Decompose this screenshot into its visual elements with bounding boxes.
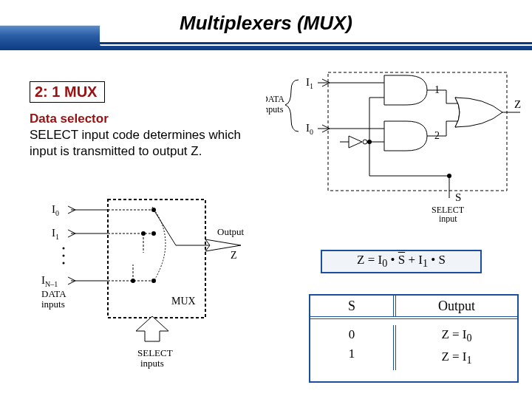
svg-text:inputs: inputs (266, 104, 284, 115)
truth-header-row: S Output (310, 296, 517, 319)
svg-text:inputs: inputs (140, 358, 164, 369)
truth-table: S Output 0 1 Z = I0 Z = I1 (309, 294, 519, 383)
svg-point-11 (63, 248, 65, 250)
truth-header-output: Output (396, 296, 517, 316)
svg-text:Output: Output (217, 226, 245, 237)
equation-box: Z = I0 • S + I1 • S (321, 250, 482, 273)
svg-point-57 (447, 174, 451, 178)
truth-cell: 1 (349, 344, 355, 364)
svg-text:SELECT: SELECT (137, 347, 173, 358)
svg-text:I0: I0 (52, 203, 59, 217)
svg-text:I1: I1 (52, 227, 59, 241)
svg-text:I0: I0 (306, 122, 313, 136)
equation-text: Z = I0 • S + I1 • S (357, 253, 446, 270)
slide-title: Multiplexers (MUX) (0, 12, 532, 35)
svg-text:S: S (455, 191, 461, 203)
desc-emphasis: Data selector (30, 112, 109, 126)
section-heading: 2: 1 MUX (30, 81, 105, 103)
svg-text:MUX: MUX (171, 296, 196, 307)
svg-text:input: input (439, 214, 457, 223)
truth-header-s: S (310, 296, 396, 316)
svg-text:DATA: DATA (266, 94, 284, 104)
truth-col-s: 0 1 (310, 325, 396, 370)
svg-text:I1: I1 (306, 76, 313, 90)
truth-col-out: Z = I0 Z = I1 (396, 325, 517, 370)
svg-text:IN–1: IN–1 (41, 274, 58, 288)
svg-text:DATA: DATA (41, 288, 66, 299)
svg-point-7 (151, 231, 156, 236)
description-text: Data selector SELECT input code determin… (30, 111, 251, 160)
truth-body: 0 1 Z = I0 Z = I1 (310, 319, 517, 370)
svg-point-12 (63, 255, 65, 257)
svg-text:Z: Z (231, 250, 237, 261)
mux-block-diagram: I0 I1 IN–1 Output Z MUX DATA inputs SELE… (28, 194, 250, 377)
truth-cell: 0 (349, 325, 355, 344)
svg-marker-28 (136, 316, 168, 341)
truth-cell: Z = I1 (441, 347, 471, 369)
desc-body: SELECT input code determines which input… (30, 128, 241, 158)
title-underline (100, 42, 532, 44)
truth-cell: Z = I0 (441, 325, 471, 347)
svg-point-53 (363, 140, 367, 144)
mux-gate-diagram: I1 I0 DATA inputs 1 2 Z S SELECT input (266, 68, 526, 223)
svg-marker-52 (349, 136, 362, 148)
svg-point-13 (63, 262, 65, 265)
svg-text:Z: Z (514, 98, 521, 110)
svg-text:inputs: inputs (41, 299, 65, 310)
